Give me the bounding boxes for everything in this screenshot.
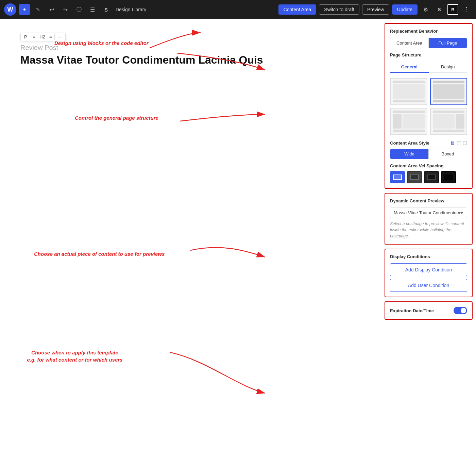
display-conditions-panel: Display Conditions Add Display Condition… — [385, 249, 473, 297]
content-area-style-label: Content Area Style — [390, 140, 429, 146]
full-page-btn[interactable]: Full Page — [428, 38, 467, 48]
add-block-button[interactable]: + — [19, 4, 30, 15]
replacement-behavior-panel: Replacement Behavior Content Area Full P… — [385, 23, 473, 189]
tab-general[interactable]: General — [390, 62, 429, 73]
spacing-label: Content Area Vel Spacing — [390, 163, 467, 168]
wp-logo[interactable]: W — [4, 3, 16, 16]
expiration-toggle[interactable] — [454, 307, 467, 314]
last-plugin-icon[interactable]: B — [447, 4, 458, 15]
settings-button[interactable]: ⚙ — [420, 4, 431, 15]
annotation-page-structure: Control the general page structure — [75, 114, 158, 121]
s-plugin-icon[interactable]: S — [434, 4, 445, 15]
block-toolbar[interactable]: P ≡ H2 ≡ ⋯ — [20, 33, 66, 41]
preview-button[interactable]: Preview — [362, 4, 389, 15]
add-user-condition-button[interactable]: Add User Condition — [390, 279, 467, 292]
layout-grid — [390, 78, 467, 135]
content-area: P ≡ H2 ≡ ⋯ Review Post Massa Vitae Touto… — [0, 19, 381, 466]
design-library-label: Design Library — [116, 7, 146, 12]
main-toolbar: W + ✎ ↩ ↪ ⓘ ☰ S Design Library Content A… — [0, 0, 476, 19]
layout-thumb-4[interactable] — [430, 108, 468, 135]
content-area-btn[interactable]: Content Area — [390, 38, 428, 48]
spacing-row — [390, 171, 467, 183]
toolbar-separator-2 — [54, 34, 55, 40]
tab-design[interactable]: Design — [429, 62, 468, 73]
main-layout: P ≡ H2 ≡ ⋯ Review Post Massa Vitae Touto… — [0, 19, 476, 466]
update-button[interactable]: Update — [392, 4, 418, 15]
edit-icon-button[interactable]: ✎ — [33, 4, 44, 15]
replacement-behavior-group: Content Area Full Page — [390, 38, 467, 48]
device-icons: 🖥 ▢ ▢ — [450, 140, 467, 146]
dynamic-preview-title: Dynamic Content Preview — [390, 198, 467, 203]
undo-button[interactable]: ↩ — [46, 4, 57, 15]
post-title-prefix: Review Post — [20, 44, 360, 52]
block-type-p[interactable]: P — [23, 34, 29, 40]
layout-thumb-3[interactable] — [390, 108, 427, 135]
more-options-button[interactable]: ⋮ — [461, 4, 472, 15]
switch-to-draft-button[interactable]: Switch to draft — [319, 4, 359, 15]
block-more-icon[interactable]: ⋯ — [56, 34, 63, 40]
strikingly-icon: S — [101, 4, 112, 15]
arrow-dynamic-content — [0, 223, 306, 291]
list-view-button[interactable]: ☰ — [87, 4, 98, 15]
redo-button[interactable]: ↪ — [60, 4, 71, 15]
annotation-dynamic-content: Choose an actual piece of content to use… — [34, 250, 165, 257]
content-style-group: Wide Boxed — [390, 149, 467, 159]
desktop-icon[interactable]: 🖥 — [450, 140, 455, 146]
wide-btn[interactable]: Wide — [390, 149, 428, 159]
block-h2-label[interactable]: H2 — [38, 34, 47, 40]
spacing-btn-3[interactable] — [424, 171, 439, 183]
dynamic-preview-help: Select a post/page to preview it's conte… — [390, 221, 467, 239]
block-list-icon[interactable]: ≡ — [32, 34, 37, 40]
display-conditions-title: Display Conditions — [390, 254, 467, 259]
page-structure-tabs: General Design — [390, 62, 467, 73]
toolbar-separator — [30, 34, 30, 40]
block-align-icon[interactable]: ≡ — [48, 34, 53, 40]
post-title-heading: Massa Vitae Toutor Condimentum Lacinia Q… — [20, 53, 263, 69]
use-code-editor-button[interactable]: Content Area — [278, 4, 317, 15]
expiration-panel: Expiration Date/Time — [385, 301, 473, 320]
spacing-btn-1[interactable] — [390, 171, 405, 183]
dynamic-preview-panel: Dynamic Content Preview Massa Vitae Tout… — [385, 193, 473, 245]
replacement-behavior-title: Replacement Behavior — [390, 29, 467, 34]
info-button[interactable]: ⓘ — [73, 4, 84, 15]
add-display-condition-button[interactable]: Add Display Condition — [390, 263, 467, 276]
page-structure-title: Page Structure — [390, 52, 467, 57]
tablet-icon[interactable]: ▢ — [457, 140, 461, 146]
annotation-display-conditions: Choose when to apply this template e.g. … — [20, 349, 129, 363]
arrow-page-structure — [0, 87, 306, 155]
expiration-row: Expiration Date/Time — [390, 307, 467, 314]
spacing-btn-4[interactable] — [441, 171, 456, 183]
mobile-icon[interactable]: ▢ — [463, 140, 467, 146]
sidebar: Replacement Behavior Content Area Full P… — [381, 19, 476, 466]
content-area-style-row: Content Area Style 🖥 ▢ ▢ — [390, 140, 467, 146]
layout-thumb-2[interactable] — [430, 78, 468, 105]
layout-thumb-1[interactable] — [390, 78, 427, 105]
arrow-display-conditions — [0, 325, 306, 420]
spacing-btn-2[interactable] — [407, 171, 422, 183]
boxed-btn[interactable]: Boxed — [428, 149, 467, 159]
expiration-label: Expiration Date/Time — [390, 308, 434, 313]
dynamic-preview-select[interactable]: Massa Vitae Toutor Condimentum L... — [390, 207, 467, 218]
